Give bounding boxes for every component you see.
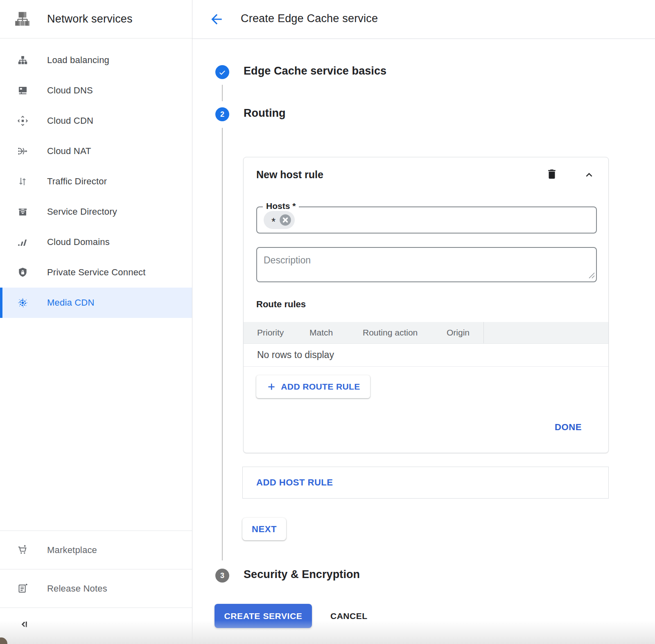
add-route-rule-button[interactable]: ADD ROUTE RULE	[256, 375, 370, 398]
add-route-rule-label: ADD ROUTE RULE	[281, 382, 360, 392]
host-chip: *	[264, 211, 295, 229]
sidebar: Network services Load balancing Cloud DN…	[0, 0, 192, 644]
sidebar-header: Network services	[0, 0, 192, 39]
sidebar-item-cloud-dns[interactable]: Cloud DNS	[0, 75, 192, 106]
delete-host-rule-icon[interactable]	[546, 168, 558, 181]
sidebar-title: Network services	[47, 13, 133, 25]
step-3-label: Security & Encryption	[244, 568, 360, 581]
cloud-cdn-icon	[17, 116, 28, 127]
add-host-rule-button[interactable]: ADD HOST RULE	[242, 467, 609, 499]
sidebar-item-label: Private Service Connect	[47, 267, 146, 278]
route-rules-table-header: Priority Match Routing action Origin	[244, 322, 608, 344]
sidebar-nav: Load balancing Cloud DNS	[0, 39, 192, 318]
column-header-origin: Origin	[447, 322, 470, 343]
service-directory-icon	[17, 206, 28, 218]
step-1-complete-icon	[215, 65, 229, 79]
marketplace-icon	[17, 544, 28, 556]
release-notes-icon	[17, 583, 28, 594]
load-balancing-icon	[17, 55, 28, 66]
sidebar-item-marketplace[interactable]: Marketplace	[0, 531, 192, 569]
step-3-badge: 3	[215, 569, 229, 583]
main-content: Create Edge Cache service Edge Cache ser…	[192, 0, 655, 644]
sidebar-item-label: Cloud DNS	[47, 85, 93, 96]
collapse-sidebar-icon[interactable]	[17, 618, 30, 631]
cloud-domains-icon	[17, 237, 28, 248]
description-textarea[interactable]	[257, 248, 596, 281]
resize-handle-icon[interactable]	[589, 272, 595, 280]
sidebar-item-traffic-director[interactable]: Traffic Director	[0, 166, 192, 197]
empty-table-text: No rows to display	[257, 349, 334, 361]
collapse-host-rule-icon[interactable]	[583, 169, 596, 181]
sidebar-item-service-directory[interactable]: Service Directory	[0, 197, 192, 227]
sidebar-item-release-notes[interactable]: Release Notes	[0, 569, 192, 608]
next-button[interactable]: NEXT	[242, 518, 286, 540]
sidebar-item-label: Load balancing	[47, 55, 109, 66]
media-cdn-icon	[17, 297, 28, 308]
hosts-field-label: Hosts *	[263, 201, 299, 211]
sidebar-item-cloud-cdn[interactable]: Cloud CDN	[0, 106, 192, 136]
back-arrow-icon[interactable]	[209, 11, 224, 27]
sidebar-item-label: Cloud CDN	[47, 116, 93, 126]
new-host-rule-card: New host rule Hosts * *	[243, 157, 609, 453]
sidebar-item-label: Cloud Domains	[47, 237, 110, 247]
traffic-director-icon	[17, 176, 28, 187]
sidebar-item-label: Traffic Director	[47, 176, 107, 187]
done-button[interactable]: DONE	[555, 422, 582, 433]
sidebar-bottom: Marketplace Release Notes	[0, 531, 192, 644]
sidebar-item-load-balancing[interactable]: Load balancing	[0, 45, 192, 75]
sidebar-item-label: Marketplace	[47, 545, 97, 556]
host-rule-card-title: New host rule	[256, 169, 323, 181]
route-rules-label: Route rules	[256, 299, 306, 310]
add-host-rule-label: ADD HOST RULE	[256, 477, 333, 488]
sidebar-item-label: Release Notes	[47, 583, 107, 594]
step-2-badge: 2	[215, 107, 229, 121]
route-rules-empty-row: No rows to display	[244, 344, 608, 367]
step-3-number: 3	[220, 571, 224, 580]
cloud-dns-icon	[17, 85, 28, 96]
page-header: Create Edge Cache service	[192, 0, 655, 39]
host-chip-value: *	[271, 215, 276, 228]
cloud-nat-icon	[17, 146, 28, 157]
stepper-connector	[222, 85, 223, 101]
step-2-label: Routing	[244, 107, 286, 120]
column-header-routing-action: Routing action	[363, 322, 418, 343]
network-services-icon	[14, 10, 32, 29]
create-service-button[interactable]: CREATE SERVICE	[215, 604, 312, 628]
column-header-priority: Priority	[257, 322, 284, 343]
sidebar-item-label: Service Directory	[47, 206, 117, 217]
sidebar-item-label: Cloud NAT	[47, 146, 91, 156]
stepper-connector	[222, 128, 223, 560]
sidebar-collapse-row	[0, 608, 192, 644]
sidebar-item-private-service-connect[interactable]: Private Service Connect	[0, 257, 192, 288]
remove-host-chip-icon[interactable]	[279, 214, 291, 226]
column-divider	[483, 322, 484, 343]
cancel-button[interactable]: CANCEL	[330, 611, 368, 621]
sidebar-item-media-cdn[interactable]: Media CDN	[0, 288, 192, 318]
sidebar-item-label: Media CDN	[47, 297, 95, 308]
private-service-connect-icon	[17, 267, 28, 278]
description-field	[256, 247, 597, 282]
column-header-match: Match	[309, 322, 333, 343]
step-1-label[interactable]: Edge Cache service basics	[244, 65, 386, 77]
sidebar-item-cloud-nat[interactable]: Cloud NAT	[0, 136, 192, 166]
hosts-input[interactable]: Hosts * *	[256, 206, 597, 234]
sidebar-item-cloud-domains[interactable]: Cloud Domains	[0, 227, 192, 257]
step-2-number: 2	[220, 110, 224, 119]
page-title: Create Edge Cache service	[241, 12, 378, 25]
plus-icon	[266, 381, 277, 392]
